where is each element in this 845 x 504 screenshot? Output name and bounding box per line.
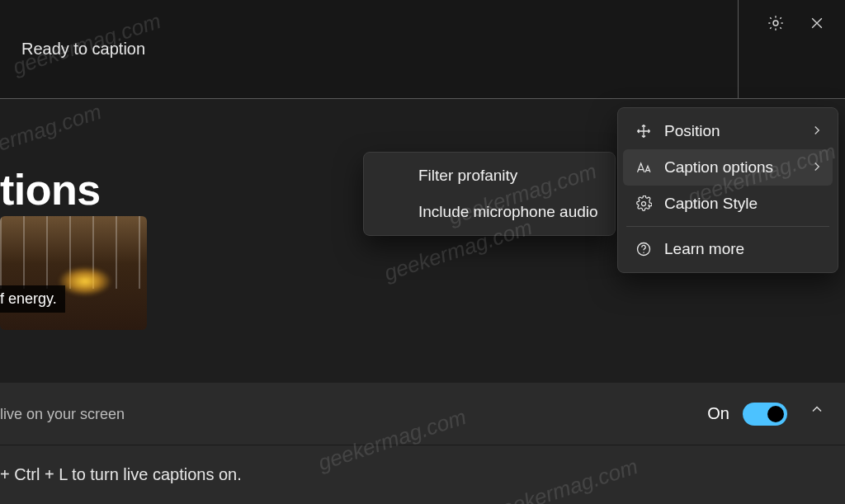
- menu-item-label: Caption Style: [664, 195, 758, 213]
- svg-point-0: [773, 21, 778, 26]
- page-title: tions: [0, 165, 101, 214]
- svg-point-3: [643, 252, 644, 253]
- preview-thumbnail: f energy.: [0, 216, 147, 330]
- setting-subtitle: live on your screen: [0, 406, 125, 423]
- menu-item-caption-style[interactable]: Caption Style: [623, 186, 833, 222]
- toggle-knob: [767, 406, 784, 422]
- submenu-item-label: Include microphone audio: [418, 203, 598, 221]
- watermark: geekermag.com: [0, 99, 105, 171]
- expand-chevron[interactable]: [809, 401, 825, 417]
- close-icon: [809, 15, 825, 31]
- chevron-up-icon: [809, 401, 825, 417]
- live-captions-toggle[interactable]: [743, 403, 787, 426]
- live-captions-hint-row: + Ctrl + L to turn live captions on.: [0, 445, 845, 504]
- submenu-item-include-mic-audio[interactable]: Include microphone audio: [369, 194, 610, 230]
- gear-icon: [767, 14, 785, 32]
- shortcut-hint: + Ctrl + L to turn live captions on.: [0, 465, 242, 484]
- menu-item-label: Caption options: [664, 158, 773, 177]
- menu-item-learn-more[interactable]: Learn more: [623, 231, 833, 267]
- submenu-item-filter-profanity[interactable]: Filter profanity: [369, 158, 610, 194]
- caption-bar: Ready to caption: [0, 0, 845, 99]
- caption-options-submenu: Filter profanity Include microphone audi…: [363, 152, 616, 236]
- caption-status-text: Ready to caption: [21, 40, 145, 59]
- move-icon: [633, 123, 654, 139]
- menu-separator: [626, 226, 829, 227]
- menu-item-label: Position: [664, 122, 720, 140]
- close-button[interactable]: [802, 8, 832, 38]
- menu-item-caption-options[interactable]: Caption options: [623, 149, 833, 186]
- caption-bar-controls: [738, 0, 845, 99]
- gear-icon: [633, 195, 654, 212]
- svg-point-1: [642, 202, 646, 206]
- live-captions-setting-row[interactable]: live on your screen On: [0, 383, 845, 445]
- font-icon: [633, 159, 654, 176]
- settings-gear-button[interactable]: [761, 8, 791, 38]
- menu-item-position[interactable]: Position: [623, 113, 833, 149]
- thumbnail-caption: f energy.: [0, 285, 65, 313]
- chevron-right-icon: [810, 159, 824, 174]
- menu-item-label: Learn more: [664, 240, 744, 258]
- settings-context-menu: Position Caption options Caption Style: [617, 107, 838, 273]
- toggle-state-label: On: [707, 404, 729, 423]
- submenu-item-label: Filter profanity: [418, 167, 517, 185]
- question-icon: [633, 241, 654, 257]
- chevron-right-icon: [810, 123, 824, 138]
